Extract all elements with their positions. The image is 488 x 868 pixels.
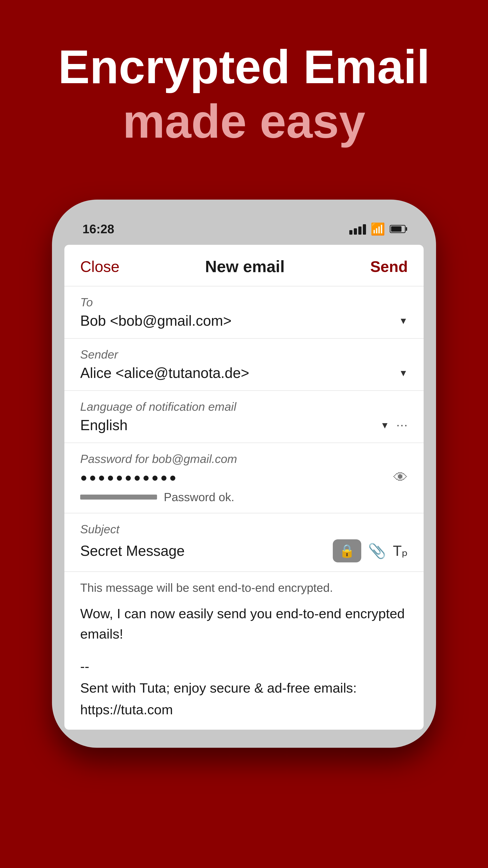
language-chevron-icon[interactable]: ▼ — [380, 420, 389, 430]
subject-label: Subject — [80, 522, 408, 536]
phone-shell: 16:28 📶 Close New email — [52, 199, 436, 748]
signature-line1: -- — [80, 655, 408, 677]
subject-value-row: Secret Message 🔒 📎 Tₚ — [80, 539, 408, 562]
eye-icon[interactable]: 👁 — [393, 469, 408, 486]
attachment-icon[interactable]: 📎 — [368, 542, 386, 559]
send-button[interactable]: Send — [370, 258, 408, 275]
subject-field: Subject Secret Message 🔒 📎 Tₚ — [64, 513, 424, 572]
phone-screen: Close New email Send To Bob <bob@gmail.c… — [64, 245, 424, 730]
bar1 — [349, 230, 352, 235]
subject-value[interactable]: Secret Message — [80, 542, 185, 559]
bar2 — [354, 228, 357, 235]
email-compose-title: New email — [205, 257, 285, 276]
battery-icon — [390, 225, 405, 233]
language-field: Language of notification email English ▼… — [64, 391, 424, 443]
to-field: To Bob <bob@gmail.com> ▼ — [64, 286, 424, 339]
subject-icons: 🔒 📎 Tₚ — [333, 539, 408, 562]
hero-section: Encrypted Email made easy — [40, 41, 448, 150]
hero-subtitle: made easy — [58, 93, 430, 150]
strength-label: Password ok. — [164, 490, 234, 504]
signal-bars-icon — [349, 223, 366, 235]
strength-bar — [80, 495, 157, 500]
lock-icon: 🔒 — [339, 544, 355, 558]
signature-line2: Sent with Tuta; enjoy secure & ad-free e… — [80, 677, 408, 699]
sender-field: Sender Alice <alice@tutanota.de> ▼ — [64, 339, 424, 391]
phone-notch — [197, 213, 291, 231]
signature-line3: https://tuta.com — [80, 699, 408, 721]
status-bar: 16:28 📶 — [64, 213, 424, 245]
phone-mockup: 16:28 📶 Close New email — [52, 199, 436, 748]
encrypted-notice: This message will be sent end-to-end enc… — [80, 581, 408, 594]
bar3 — [358, 226, 361, 235]
chevron-down-icon[interactable]: ▼ — [399, 316, 408, 326]
sender-value-row: Alice <alice@tutanota.de> ▼ — [80, 365, 408, 381]
status-icons: 📶 — [349, 222, 405, 236]
to-value-row: Bob <bob@gmail.com> ▼ — [80, 312, 408, 329]
email-body: This message will be sent end-to-end enc… — [64, 572, 424, 730]
status-time: 16:28 — [83, 222, 114, 236]
battery-fill — [391, 226, 401, 232]
language-actions: ▼ ⋯ — [380, 418, 408, 432]
language-value[interactable]: English — [80, 417, 128, 434]
password-field: Password for bob@gmail.com ●●●●●●●●●●● 👁… — [64, 443, 424, 513]
lock-button[interactable]: 🔒 — [333, 539, 361, 562]
language-label: Language of notification email — [80, 400, 408, 413]
email-header: Close New email Send — [64, 245, 424, 286]
close-button[interactable]: Close — [80, 258, 120, 275]
sender-value[interactable]: Alice <alice@tutanota.de> — [80, 365, 249, 381]
hero-title: Encrypted Email — [58, 41, 430, 93]
wifi-icon: 📶 — [370, 222, 385, 236]
password-label: Password for bob@gmail.com — [80, 452, 408, 466]
to-value[interactable]: Bob <bob@gmail.com> — [80, 312, 232, 329]
password-value-row: ●●●●●●●●●●● 👁 — [80, 469, 408, 486]
email-signature: -- Sent with Tuta; enjoy secure & ad-fre… — [80, 655, 408, 721]
password-value[interactable]: ●●●●●●●●●●● — [80, 471, 178, 484]
to-label: To — [80, 296, 408, 309]
language-value-row: English ▼ ⋯ — [80, 417, 408, 434]
email-content[interactable]: Wow, I can now easily send you end-to-en… — [80, 603, 408, 644]
password-strength-row: Password ok. — [80, 490, 408, 504]
sender-chevron-icon[interactable]: ▼ — [399, 368, 408, 378]
font-size-icon[interactable]: Tₚ — [393, 542, 408, 559]
bar4 — [363, 224, 366, 235]
more-options-icon[interactable]: ⋯ — [396, 418, 408, 432]
sender-label: Sender — [80, 348, 408, 361]
